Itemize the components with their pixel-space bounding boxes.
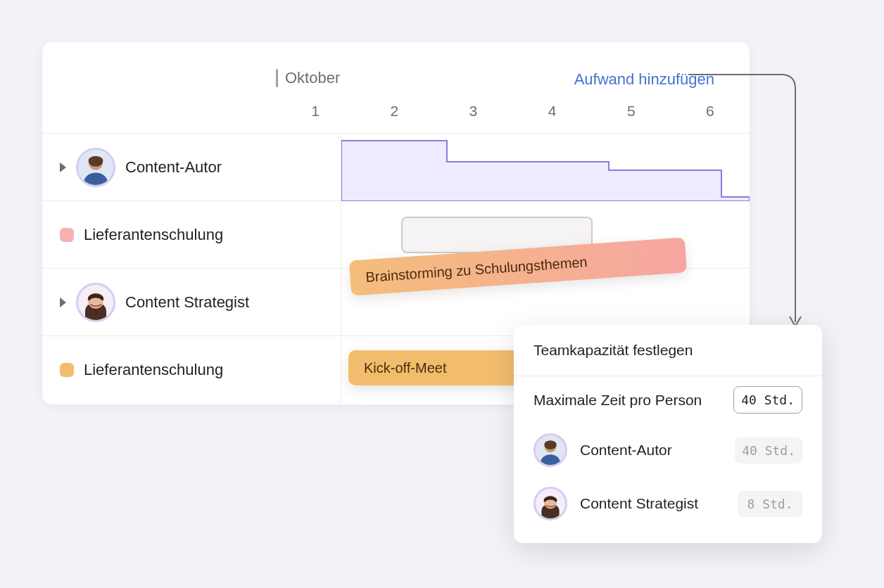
avatar — [533, 433, 567, 467]
avatar — [533, 487, 567, 520]
day-number: 1 — [276, 103, 355, 120]
day-number: 5 — [592, 103, 671, 120]
day-number: 2 — [355, 103, 434, 120]
project-label: Lieferantenschulung — [84, 226, 223, 244]
max-time-input[interactable]: 40 Std. — [733, 386, 802, 414]
member-name: Content Strategist — [580, 495, 725, 512]
row-gutter: Lieferantenschulung — [42, 336, 341, 404]
day-number: 4 — [513, 103, 592, 120]
project-swatch — [60, 363, 74, 377]
member-hours: 40 Std. — [735, 437, 802, 464]
caret-right-icon[interactable] — [60, 298, 66, 307]
popup-title: Teamkapazität festlegen — [514, 325, 822, 376]
max-time-row: Maximale Zeit pro Person 40 Std. — [514, 376, 822, 423]
row-gutter: Content-Autor — [42, 134, 341, 200]
person-label: Content Strategist — [125, 293, 249, 312]
caret-right-icon[interactable] — [60, 162, 66, 172]
task-pill-kickoff[interactable]: Kick-off-Meet — [348, 350, 521, 385]
avatar — [76, 283, 115, 322]
day-number: 3 — [434, 103, 512, 120]
member-row: Content-Autor 40 Std. — [514, 423, 822, 477]
add-effort-button[interactable]: Aufwand hinzufügen — [574, 70, 714, 89]
project-label: Lieferantenschulung — [84, 361, 223, 379]
month-tick — [276, 69, 278, 87]
month-label: Oktober — [285, 69, 340, 87]
row-gutter: Content Strategist — [42, 269, 341, 335]
project-swatch — [60, 228, 74, 242]
member-row: Content Strategist 8 Std. — [514, 477, 822, 530]
max-time-label: Maximale Zeit pro Person — [533, 392, 721, 409]
member-name: Content-Autor — [580, 442, 722, 459]
person-row: Content-Autor — [42, 134, 750, 201]
avatar — [76, 148, 115, 187]
day-number: 6 — [671, 103, 750, 120]
member-hours: 8 Std. — [738, 491, 802, 517]
person-label: Content-Autor — [125, 158, 222, 177]
timeline-header: Oktober Aufwand hinzufügen 1 2 3 4 5 6 — [42, 42, 750, 134]
row-gutter: Lieferantenschulung — [42, 201, 341, 268]
capacity-graph — [341, 134, 750, 201]
team-capacity-popup: Teamkapazität festlegen Maximale Zeit pr… — [514, 325, 822, 543]
day-row: 1 2 3 4 5 6 — [276, 103, 750, 120]
